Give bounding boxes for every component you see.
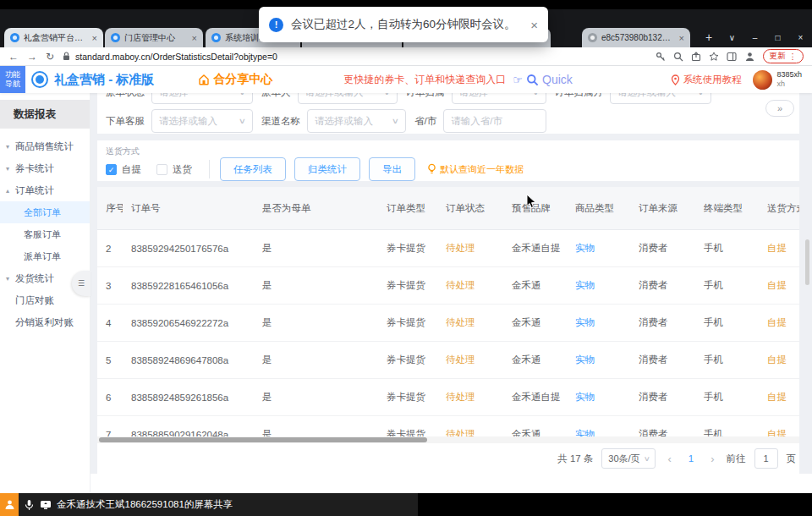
table-cell: 自提 xyxy=(759,316,799,329)
checkbox-checked[interactable]: ✓ xyxy=(106,164,117,175)
table-cell-link[interactable]: 实物 xyxy=(567,391,630,403)
meeting-app-icon[interactable] xyxy=(0,493,19,516)
table-row[interactable]: 583858924869647808a是券卡提货待处理金禾通实物消费者手机自提 xyxy=(97,342,799,379)
current-page[interactable]: 1 xyxy=(683,453,699,464)
filter-select[interactable]: 请选择∨ xyxy=(452,93,546,104)
table-cell: 自提 xyxy=(759,391,799,403)
sidebar-item[interactable]: 派单订单 xyxy=(0,245,90,267)
window-maximize-icon[interactable]: □ xyxy=(766,28,789,47)
filter-row: 下单客服请选择或输入∨渠道名称请选择或输入∨省/市请输入省/市 xyxy=(106,109,555,133)
user-menu[interactable]: 8385xh xh xyxy=(753,70,802,90)
window-chevron-icon[interactable]: ∨ xyxy=(721,28,743,47)
tab-close-icon[interactable]: × xyxy=(92,33,97,43)
main-content: 派单状态请选择∨派单人请选择或输入∨订单归属请选择∨订单归属方请选择或输入∨ 下… xyxy=(91,93,812,493)
location-pin-icon xyxy=(671,74,680,85)
horizontal-scrollbar[interactable] xyxy=(97,436,799,443)
forward-icon[interactable]: → xyxy=(27,51,37,63)
sidebar-item[interactable]: ▴订单统计 xyxy=(0,179,90,201)
back-icon[interactable]: ← xyxy=(8,51,19,63)
sidebar-item[interactable]: 客服订单 xyxy=(0,223,90,245)
filter-select[interactable]: 请选择∨ xyxy=(151,93,253,104)
filter-input[interactable]: 请输入省/市 xyxy=(443,109,546,133)
toast-message: 会议已超过2人，自动转为60分钟限时会议。 xyxy=(291,17,523,32)
filter-select[interactable]: 请选择或输入∨ xyxy=(610,93,711,104)
expand-filters-button[interactable]: » xyxy=(765,100,794,117)
toolbar-row: ✓自提送货任务列表归类统计导出默认查询近一年数据 xyxy=(106,157,524,181)
pagination: 共 17 条 30条/页 ∨ ‹ 1 › 前往 1 页 xyxy=(97,443,799,474)
tab-favicon-icon xyxy=(10,33,19,42)
table-cell: 4 xyxy=(97,318,123,328)
chevron-down-icon: ∨ xyxy=(643,455,650,463)
horizontal-scrollbar-thumb[interactable] xyxy=(99,437,427,442)
filter-select[interactable]: 请选择或输入∨ xyxy=(298,93,398,104)
column-header: 是否为母单 xyxy=(254,202,378,215)
filter-panel: 派单状态请选择∨派单人请选择或输入∨订单归属请选择∨订单归属方请选择或输入∨ 下… xyxy=(97,93,799,134)
brand-logo-icon xyxy=(31,71,48,88)
screen-share-icon[interactable] xyxy=(40,500,52,510)
sidebar-item[interactable]: ▾券卡统计 xyxy=(0,157,90,179)
zoom-icon[interactable] xyxy=(673,52,683,62)
browser-tab[interactable]: 门店管理中心× xyxy=(105,28,203,47)
goto-page-input[interactable]: 1 xyxy=(754,448,778,469)
share-icon[interactable] xyxy=(691,52,701,62)
window-controls: ∨ – □ × xyxy=(721,28,812,47)
toolbar-button[interactable]: 任务列表 xyxy=(220,157,286,181)
sidebar-item[interactable]: ▾商品销售统计 xyxy=(0,135,90,157)
tab-close-icon[interactable]: × xyxy=(192,33,197,43)
sidebar-item[interactable]: 分销返利对账 xyxy=(0,311,90,333)
sidebar: 数据报表 ▾商品销售统计▾券卡统计▴订单统计全部订单客服订单派单订单▾发货统计门… xyxy=(0,93,91,493)
function-nav-button[interactable]: 功能 导航 xyxy=(0,66,25,93)
profile-icon[interactable] xyxy=(744,51,755,62)
url-field[interactable]: standard.maboy.cn/OrderStatisticsDetail?… xyxy=(63,52,646,62)
filter-select[interactable]: 请选择或输入∨ xyxy=(307,109,406,133)
vertical-scrollbar-thumb[interactable] xyxy=(805,239,809,285)
pagination-total: 共 17 条 xyxy=(557,453,593,465)
column-header: 订单号 xyxy=(123,202,254,215)
window-close-icon[interactable]: × xyxy=(789,28,812,47)
table-row[interactable]: 683858924859261856a是券卡提货待处理金禾通自提实物消费者手机自… xyxy=(97,379,799,416)
table-row[interactable]: 483859206546922272a是券卡提货待处理金禾通实物消费者手机自提 xyxy=(97,305,799,342)
quick-search-link[interactable]: ☞ Quick xyxy=(513,73,572,86)
tutorial-link[interactable]: 系统使用教程 xyxy=(671,74,741,86)
info-icon: ! xyxy=(269,18,283,32)
browser-tab[interactable]: 礼盒营销平台管理中心× xyxy=(4,28,103,47)
table-cell: 83858924869647808a xyxy=(123,355,254,365)
app-body: 派单状态请选择∨派单人请选择或输入∨订单归属请选择∨订单归属方请选择或输入∨ 下… xyxy=(0,93,812,493)
table-row[interactable]: 283859294250176576a是券卡提货待处理金禾通自提实物消费者手机自… xyxy=(97,230,799,267)
delivery-mode-label: 送货方式 xyxy=(106,145,140,157)
toolbar-button[interactable]: 归类统计 xyxy=(294,157,360,181)
toast-close-icon[interactable]: × xyxy=(530,18,538,32)
checkbox-unchecked[interactable] xyxy=(156,164,167,175)
table-cell-link[interactable]: 实物 xyxy=(567,242,630,255)
toolbar-button[interactable]: 导出 xyxy=(369,157,415,181)
table-row[interactable]: 383859228165461056a是券卡提货待处理金禾通实物消费者手机自提 xyxy=(97,267,799,305)
page-size-select[interactable]: 30条/页 ∨ xyxy=(601,448,656,469)
placeholder-text: 请选择 xyxy=(159,93,233,99)
microphone-icon[interactable] xyxy=(25,499,34,511)
goto-label: 前往 xyxy=(727,453,746,465)
side-panel-icon[interactable] xyxy=(727,52,737,62)
table-cell-link[interactable]: 实物 xyxy=(567,279,630,292)
share-center-link[interactable]: 合分享中心 xyxy=(198,72,272,87)
table-cell-link[interactable]: 实物 xyxy=(567,354,630,366)
sidebar-collapse-handle[interactable]: ☰ xyxy=(72,271,91,296)
table-cell-link[interactable]: 实物 xyxy=(567,316,630,329)
browser-tab[interactable]: e8c573980b1328a258fd2e6...× xyxy=(582,28,690,47)
window-minimize-icon[interactable]: – xyxy=(743,28,766,47)
app-header: 功能 导航 礼盒营销 - 标准版 合分享中心 更快捷的券卡、订单和快递查询入口 … xyxy=(0,66,812,93)
sidebar-item[interactable]: 全部订单 xyxy=(0,201,90,223)
tab-close-icon[interactable]: × xyxy=(679,33,684,43)
prev-page-button[interactable]: ‹ xyxy=(664,453,674,465)
table-body: 283859294250176576a是券卡提货待处理金禾通自提实物消费者手机自… xyxy=(97,230,799,443)
next-page-button[interactable]: › xyxy=(707,453,717,465)
bookmark-star-icon[interactable] xyxy=(709,52,719,62)
reload-icon[interactable]: ↻ xyxy=(46,51,54,63)
table-cell: 券卡提货 xyxy=(378,242,437,255)
column-header: 订单来源 xyxy=(630,202,695,215)
filter-select[interactable]: 请选择或输入∨ xyxy=(151,109,253,133)
key-icon[interactable] xyxy=(656,52,666,62)
table-cell: 手机 xyxy=(695,279,759,292)
browser-update-button[interactable]: 更新⋮ xyxy=(763,49,804,63)
new-tab-button[interactable]: + xyxy=(700,30,717,47)
table-cell: 自提 xyxy=(759,279,799,292)
